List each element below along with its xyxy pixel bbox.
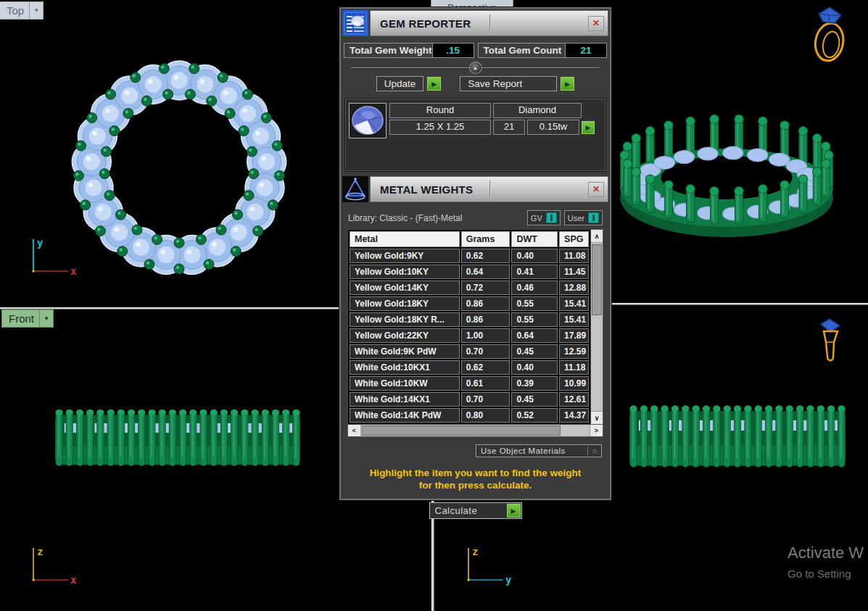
cell: 11.45 bbox=[559, 265, 589, 279]
cell: 12.59 bbox=[559, 344, 589, 359]
cell: White Gold:10KW bbox=[350, 376, 460, 391]
table-row[interactable]: White Gold:14KX10.700.4512.61 bbox=[350, 392, 589, 407]
cell: 17.89 bbox=[559, 328, 589, 343]
table-row[interactable]: White Gold:10KX10.620.4011.18 bbox=[350, 360, 589, 375]
svg-text:z: z bbox=[37, 546, 43, 557]
go-arrow-icon[interactable]: ▶ bbox=[507, 504, 521, 518]
scroll-left-button[interactable]: < bbox=[348, 425, 361, 436]
metal-weights-drag-bar[interactable]: METAL WEIGHTS ✕ bbox=[370, 176, 608, 202]
table-row[interactable]: Yellow Gold:18KY0.860.5515.41 bbox=[350, 296, 589, 311]
gem-row-go-button[interactable]: ▶ bbox=[582, 121, 595, 134]
cell: 0.64 bbox=[511, 328, 558, 343]
viewport-menu-arrow-icon[interactable]: ▼ bbox=[29, 2, 43, 19]
gem-reporter-close-button[interactable]: ✕ bbox=[588, 16, 604, 31]
go-arrow-icon[interactable]: ▶ bbox=[561, 77, 574, 91]
metal-weights-title: METAL WEIGHTS bbox=[380, 183, 473, 196]
gem-reporter-drag-bar[interactable]: GEM REPORTER ✕ bbox=[370, 10, 608, 36]
metal-weights-table[interactable]: MetalGramsDWTSPG Yellow Gold:9KY0.620.40… bbox=[347, 229, 591, 425]
scroll-down-button[interactable]: ∨ bbox=[591, 411, 603, 424]
svg-text:y: y bbox=[505, 574, 512, 586]
gem-material-cell: Diamond bbox=[493, 103, 582, 118]
gem-weight-cell: 0.15tw bbox=[527, 120, 579, 135]
table-row[interactable]: Yellow Gold:10KY0.640.4111.45 bbox=[350, 265, 589, 279]
table-row[interactable]: White Gold:10KW0.610.3910.99 bbox=[350, 376, 589, 391]
cell: 0.61 bbox=[461, 376, 511, 391]
scroll-up-button[interactable]: ∧ bbox=[591, 230, 603, 243]
ring-right-view-model[interactable] bbox=[628, 403, 847, 471]
column-header: DWT bbox=[511, 231, 558, 247]
gem-thumbnail[interactable] bbox=[349, 103, 387, 138]
use-object-materials-label: Use Object Materials bbox=[476, 445, 587, 457]
cell: 0.80 bbox=[461, 408, 511, 423]
ring-wireframe-icon[interactable] bbox=[812, 4, 848, 65]
go-arrow-icon[interactable]: ▶ bbox=[427, 77, 441, 91]
cell: Yellow Gold:18KY R... bbox=[350, 312, 460, 327]
horizontal-scrollbar[interactable]: < > bbox=[347, 425, 603, 437]
cell: 0.62 bbox=[461, 360, 511, 375]
cell: 0.55 bbox=[511, 296, 558, 311]
scroll-right-button[interactable]: > bbox=[590, 425, 603, 436]
viewport-tab-front[interactable]: Front ▼ bbox=[1, 309, 54, 328]
viewport-tab-label: Top bbox=[0, 4, 29, 17]
save-report-button[interactable]: Save Report ▶ bbox=[460, 76, 574, 91]
ring-top-view-model[interactable] bbox=[69, 58, 289, 278]
user-toggle-button[interactable]: User bbox=[564, 210, 603, 225]
svg-text:z: z bbox=[472, 546, 478, 557]
cell: 0.41 bbox=[511, 265, 558, 279]
calculate-button-label: Calculate bbox=[431, 504, 507, 518]
dialog-stack: GEM REPORTER ✕ Total Gem Weight .15 Tota… bbox=[339, 7, 611, 500]
table-row[interactable]: Yellow Gold:14KY0.720.4612.88 bbox=[350, 280, 589, 295]
cell: 1.00 bbox=[461, 328, 511, 343]
cell: 0.55 bbox=[511, 312, 558, 327]
gem-reporter-titlebar: GEM REPORTER ✕ bbox=[342, 10, 608, 36]
panel-splitter[interactable]: ▲ bbox=[351, 62, 600, 74]
table-row[interactable]: Yellow Gold:18KY R...0.860.5515.41 bbox=[350, 312, 589, 327]
splitter-collapse-button[interactable]: ▲ bbox=[469, 62, 482, 74]
cell: 15.41 bbox=[559, 312, 589, 327]
cell: 0.70 bbox=[461, 344, 511, 359]
ring-wireframe-side-icon[interactable] bbox=[814, 316, 846, 370]
cell: Yellow Gold:10KY bbox=[350, 265, 460, 279]
dropdown-indicator-icon: ○ bbox=[587, 446, 601, 455]
table-header-row: MetalGramsDWTSPG bbox=[350, 231, 589, 247]
total-gem-weight-label: Total Gem Weight bbox=[344, 43, 432, 57]
scrollbar-thumb[interactable] bbox=[592, 244, 602, 315]
ring-perspective-model[interactable] bbox=[613, 103, 840, 257]
cell: 0.62 bbox=[461, 249, 511, 263]
metal-weights-close-button[interactable]: ✕ bbox=[588, 182, 604, 197]
gem-reporter-title: GEM REPORTER bbox=[380, 17, 471, 30]
cell: Yellow Gold:14KY bbox=[350, 280, 460, 295]
total-gem-count-value: 21 bbox=[565, 43, 606, 57]
gem-count-cell: 21 bbox=[493, 120, 525, 135]
use-object-materials-dropdown[interactable]: Use Object Materials ○ bbox=[476, 444, 602, 457]
update-button[interactable]: Update ▶ bbox=[376, 76, 442, 91]
table-row[interactable]: White Gold:9K PdW0.700.4512.59 bbox=[350, 344, 589, 359]
viewport-menu-arrow-icon[interactable]: ▼ bbox=[39, 310, 53, 327]
table-row[interactable]: White Gold:14K PdW0.800.5214.37 bbox=[350, 408, 589, 423]
viewport-tab-top[interactable]: Top ▼ bbox=[0, 1, 44, 20]
column-header: SPG bbox=[559, 231, 589, 247]
scrollbar-thumb[interactable] bbox=[362, 425, 561, 436]
rhino-workspace: yx zx zy Top ▼ Front ▼ Perspective Activ… bbox=[0, 0, 868, 611]
total-gem-weight-field: Total Gem Weight .15 bbox=[344, 43, 474, 58]
cell: 0.45 bbox=[511, 344, 558, 359]
cell: White Gold:9K PdW bbox=[350, 344, 460, 359]
calculate-button[interactable]: Calculate ▶ bbox=[429, 502, 522, 519]
gv-toggle-button[interactable]: GV bbox=[527, 210, 561, 225]
cell: Yellow Gold:9KY bbox=[350, 249, 460, 263]
cell: 0.64 bbox=[461, 265, 511, 279]
column-header: Metal bbox=[350, 231, 460, 247]
table-row[interactable]: Yellow Gold:22KY1.000.6417.89 bbox=[350, 328, 589, 343]
svg-text:x: x bbox=[70, 574, 77, 586]
ring-front-view-model[interactable] bbox=[54, 407, 302, 470]
vertical-scrollbar[interactable]: ∧ ∨ bbox=[591, 229, 603, 425]
column-header: Grams bbox=[461, 231, 511, 247]
update-button-label: Update bbox=[376, 76, 424, 91]
watermark-line1: Activate W bbox=[788, 544, 864, 562]
viewport-tab-label: Front bbox=[2, 312, 39, 325]
cell: 0.70 bbox=[461, 392, 511, 407]
cell: White Gold:14K PdW bbox=[350, 408, 460, 423]
titlebar-separator bbox=[489, 180, 490, 198]
table-row[interactable]: Yellow Gold:9KY0.620.4011.08 bbox=[350, 249, 589, 263]
cell: 12.88 bbox=[559, 280, 589, 295]
